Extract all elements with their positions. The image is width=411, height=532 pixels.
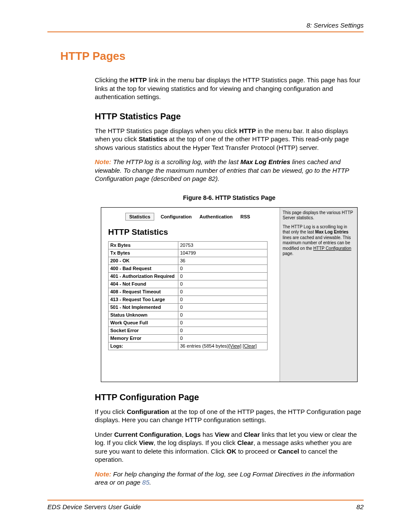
text: Under (95, 431, 114, 438)
link-http-configuration[interactable]: HTTP Configuration (313, 246, 351, 251)
text: , (182, 431, 185, 438)
table-row: 400 - Bad Request0 (109, 264, 268, 272)
stat-value: 0 (178, 288, 268, 296)
bold-text: OK (227, 448, 237, 455)
text: . (149, 479, 151, 486)
screenshot-heading: HTTP Statistics (108, 227, 273, 237)
stat-value: 0 (178, 311, 268, 319)
table-row: Socket Error0 (109, 327, 268, 334)
side-text-2: The HTTP Log is a scrolling log in that … (283, 224, 355, 257)
stat-value: 20753 (178, 241, 268, 249)
tab-configuration[interactable]: Configuration (157, 213, 196, 221)
note-label: Note: (95, 470, 111, 478)
stat-key: 501 - Not Implemented (109, 303, 178, 311)
stat-key: 413 - Request Too Large (109, 296, 178, 303)
table-row: 413 - Request Too Large0 (109, 296, 268, 303)
bold-text: HTTP (239, 127, 256, 134)
table-row: 401 - Authorization Required0 (109, 272, 268, 280)
bold-text: View (215, 431, 229, 438)
config-para-2: Under Current Configuration, Logs has Vi… (95, 430, 364, 464)
logs-label: Logs: (109, 342, 178, 350)
logs-entries-text: 36 entries (5854 bytes) (180, 343, 229, 348)
bold-text: Current Configuration (114, 431, 182, 438)
stats-para-1: The HTTP Statistics page displays when y… (95, 127, 364, 152)
stat-value: 0 (178, 319, 268, 327)
stat-key: 404 - Not Found (109, 280, 178, 288)
stat-value: 0 (178, 280, 268, 288)
bold-text: Max Log Entries (240, 158, 290, 165)
text: Clicking the (95, 76, 130, 84)
running-header: 8: Services Settings (47, 22, 364, 31)
side-text-1: This page displays the various HTTP Serv… (283, 210, 355, 221)
section-heading-config: HTTP Configuration Page (95, 392, 364, 402)
text: If you click (95, 408, 127, 415)
table-row: Tx Bytes104799 (109, 249, 268, 257)
stat-value: 0 (178, 296, 268, 303)
stat-key: Rx Bytes (109, 241, 178, 249)
table-row: Work Queue Full0 (109, 319, 268, 327)
table-row-logs: Logs:36 entries (5854 bytes)[View] [Clea… (109, 342, 268, 350)
logs-view-link[interactable]: [View] (229, 343, 242, 348)
stats-table: Rx Bytes20753Tx Bytes104799200 - OK36400… (108, 241, 268, 350)
text: to proceed or (236, 448, 278, 455)
text: has (201, 431, 215, 438)
stat-value: 0 (178, 327, 268, 334)
header-rule (47, 31, 364, 32)
stat-key: 408 - Request Timeout (109, 288, 178, 296)
text: For help changing the format of the log,… (95, 470, 355, 486)
bold-text: Configuration (127, 408, 169, 415)
table-row: Rx Bytes20753 (109, 241, 268, 249)
text: and (229, 431, 243, 438)
stat-key: Tx Bytes (109, 249, 178, 257)
config-note: Note: For help changing the format of th… (95, 470, 364, 487)
stat-value: 0 (178, 264, 268, 272)
note-label: Note: (95, 158, 111, 165)
page-ref-link[interactable]: 85 (142, 479, 149, 486)
stats-note: Note: The HTTP log is a scrolling log, w… (95, 158, 364, 183)
table-row: 501 - Not Implemented0 (109, 303, 268, 311)
page-title-h1: HTTP Pages (60, 50, 364, 63)
table-row: 408 - Request Timeout0 (109, 288, 268, 296)
table-row: 200 - OK36 (109, 257, 268, 264)
stat-value: 0 (178, 272, 268, 280)
stat-key: 400 - Bad Request (109, 264, 178, 272)
text: The HTTP Statistics page displays when y… (95, 127, 239, 134)
screenshot-main: Statistics Configuration Authentication … (101, 208, 280, 382)
table-row: 404 - Not Found0 (109, 280, 268, 288)
stat-key: Socket Error (109, 327, 178, 334)
page-footer: EDS Device Servers User Guide 82 (47, 500, 364, 510)
bold-text: Max Log Entries (315, 230, 349, 234)
stat-value: 104799 (178, 249, 268, 257)
logs-clear-link[interactable]: [Clear] (243, 343, 256, 348)
bold-text: Clear (244, 431, 260, 438)
footer-title: EDS Device Servers User Guide (47, 503, 141, 510)
bold-text: Cancel (278, 448, 299, 455)
figure-screenshot: Statistics Configuration Authentication … (101, 207, 358, 382)
tab-authentication[interactable]: Authentication (196, 213, 237, 221)
config-para-1: If you click Configuration at the top of… (95, 408, 364, 424)
stat-key: Work Queue Full (109, 319, 178, 327)
bold-text: Statistics (139, 135, 168, 143)
stat-value: 36 (178, 257, 268, 264)
stat-value: 0 (178, 303, 268, 311)
screenshot-sidebar: This page displays the various HTTP Serv… (280, 208, 357, 382)
stat-key: Memory Error (109, 334, 178, 342)
bold-text: View (139, 439, 154, 446)
tab-statistics[interactable]: Statistics (125, 213, 154, 221)
stat-key: 401 - Authorization Required (109, 272, 178, 280)
text: , the log displays. If you click (153, 439, 237, 446)
text: page. (283, 251, 293, 256)
stat-value: 0 (178, 334, 268, 342)
footer-rule (47, 500, 364, 501)
figure-caption: Figure 8-6. HTTP Statistics Page (95, 194, 364, 201)
footer-page-number: 82 (356, 503, 364, 510)
tab-rss[interactable]: RSS (237, 213, 254, 221)
intro-para: Clicking the HTTP link in the menu bar d… (95, 76, 364, 101)
bold-text: Logs (185, 431, 201, 438)
bold-text: HTTP (130, 76, 147, 84)
bold-text: Clear (237, 439, 254, 446)
screenshot-tabbar: Statistics Configuration Authentication … (125, 213, 273, 221)
table-row: Status Unknown0 (109, 311, 268, 319)
text: The HTTP log is a scrolling log, with th… (111, 158, 240, 165)
stat-key: 200 - OK (109, 257, 178, 264)
